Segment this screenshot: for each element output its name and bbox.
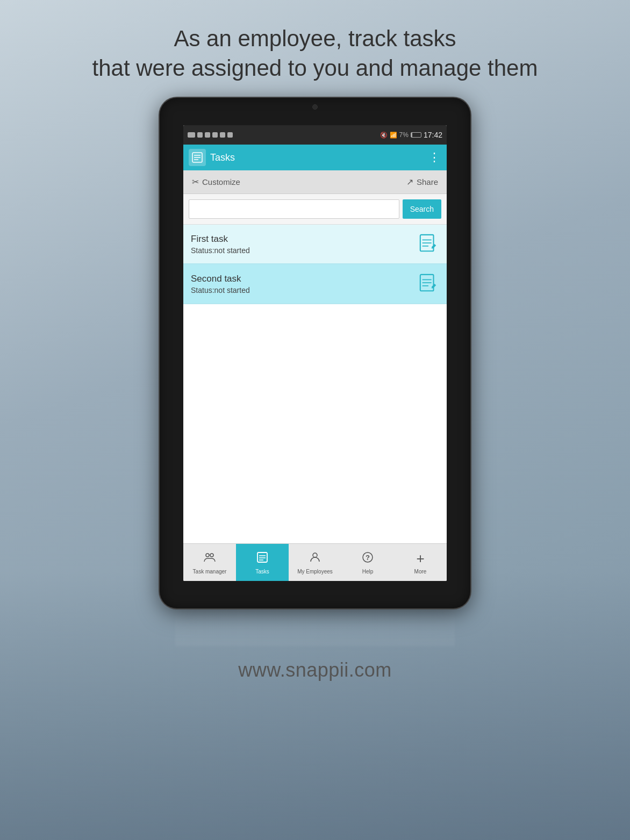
nav-task-manager-label: Task manager	[193, 569, 227, 575]
nav-more[interactable]: + More	[394, 544, 447, 581]
headline-line2: that were assigned to you and manage the…	[92, 55, 538, 81]
task-list: First task Status:not started	[183, 225, 447, 543]
nav-tasks[interactable]: Tasks	[236, 544, 289, 581]
status-icons	[188, 132, 233, 138]
page-headline: As an employee, track tasks that were as…	[92, 24, 538, 83]
tablet-camera	[312, 104, 318, 110]
time-label: 17:42	[424, 131, 442, 139]
tablet-device: 🔇 📶 7% 17:42 Tasks ⋮ ✂	[160, 98, 470, 608]
nav-my-employees[interactable]: My Employees	[289, 544, 341, 581]
sync-icon	[212, 132, 218, 138]
mute-icon: 🔇	[380, 132, 388, 139]
location-icon	[188, 132, 195, 138]
svg-point-15	[210, 554, 213, 557]
search-input[interactable]	[189, 199, 399, 219]
task-1-text: First task Status:not started	[191, 234, 250, 255]
tablet-reflection	[175, 603, 455, 646]
bottom-nav: Task manager Tasks	[183, 543, 447, 581]
nav-my-employees-label: My Employees	[297, 569, 333, 575]
svg-point-20	[313, 553, 317, 557]
svg-rect-16	[257, 552, 267, 562]
tablet-screen: 🔇 📶 7% 17:42 Tasks ⋮ ✂	[183, 125, 447, 581]
svg-point-14	[206, 554, 209, 557]
svg-text:?: ?	[366, 554, 370, 562]
battery-bar	[411, 132, 421, 138]
status-bar: 🔇 📶 7% 17:42	[183, 125, 447, 145]
nav-help-label: Help	[362, 569, 374, 575]
footer-url: www.snappii.com	[238, 659, 392, 681]
status-right: 🔇 📶 7% 17:42	[380, 131, 442, 139]
customize-label: Customize	[202, 177, 240, 186]
overflow-menu-icon[interactable]: ⋮	[428, 150, 441, 164]
nav-help[interactable]: ? Help	[341, 544, 394, 581]
download-icon	[205, 132, 210, 138]
task-item-2[interactable]: Second task Status:not started	[183, 264, 447, 304]
my-employees-icon	[309, 551, 321, 567]
task-1-icon	[418, 233, 439, 255]
task-2-status: Status:not started	[191, 286, 250, 295]
wifi-icon: 📶	[390, 132, 397, 139]
task-2-text: Second task Status:not started	[191, 274, 250, 295]
task-1-name: First task	[191, 234, 250, 245]
task-2-icon	[418, 273, 439, 295]
share-label: Share	[417, 177, 438, 186]
tasks-icon	[256, 551, 269, 567]
nav-tasks-label: Tasks	[255, 569, 269, 575]
app-header: Tasks ⋮	[183, 145, 447, 170]
share-button[interactable]: ↗ Share	[406, 177, 438, 187]
search-row: Search	[183, 194, 447, 225]
app-logo-icon	[189, 149, 206, 166]
search-button[interactable]: Search	[403, 199, 441, 219]
task-1-status: Status:not started	[191, 246, 250, 255]
nav-task-manager[interactable]: Task manager	[183, 544, 236, 581]
task-item-1[interactable]: First task Status:not started	[183, 225, 447, 264]
toolbar: ✂ Customize ↗ Share	[183, 170, 447, 194]
help-icon: ?	[361, 551, 374, 567]
more-icon: +	[416, 550, 424, 567]
sd-icon	[227, 132, 233, 138]
task-manager-icon	[203, 551, 216, 567]
battery-label: 7%	[399, 131, 409, 139]
nav-more-label: More	[414, 569, 427, 575]
customize-button[interactable]: ✂ Customize	[192, 177, 240, 187]
task-2-name: Second task	[191, 274, 250, 284]
notif-icon	[197, 132, 203, 138]
app-title: Tasks	[210, 152, 428, 163]
headline-line1: As an employee, track tasks	[174, 26, 456, 51]
upload-icon	[220, 132, 225, 138]
